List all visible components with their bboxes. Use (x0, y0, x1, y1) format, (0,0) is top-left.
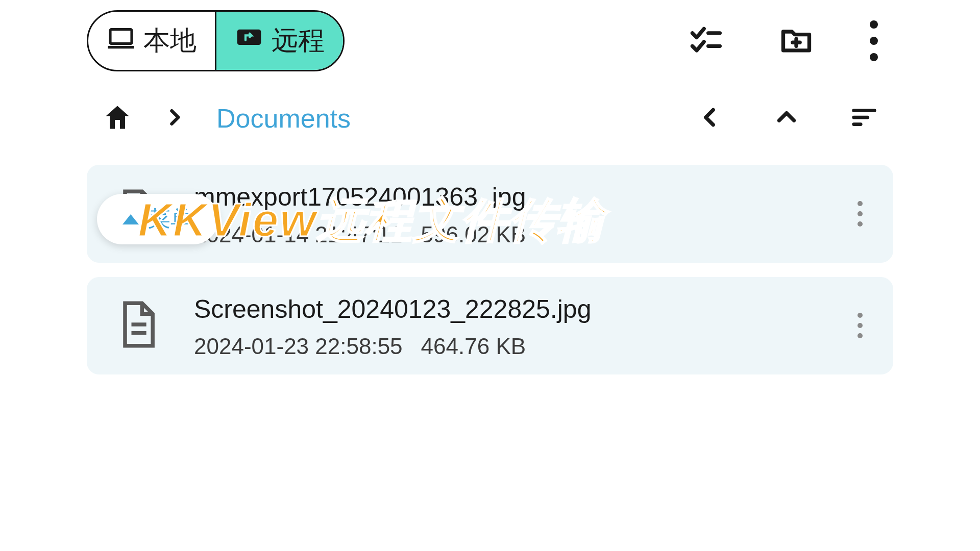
share-screen-icon (235, 23, 263, 58)
breadcrumb-actions (697, 104, 878, 133)
segment-remote-label: 远程 (272, 23, 325, 59)
file-meta: 2024-01-14 21:47:11 596.02 KB (194, 222, 817, 247)
home-icon (102, 102, 133, 134)
file-info: Screenshot_20240123_222825.jpg 2024-01-2… (194, 292, 817, 360)
file-more-button[interactable] (847, 308, 873, 343)
more-options-button[interactable] (870, 20, 878, 61)
file-name: Screenshot_20240123_222825.jpg (194, 292, 817, 327)
file-more-button[interactable] (847, 196, 873, 232)
sort-button[interactable] (850, 104, 878, 133)
multi-select-button[interactable] (688, 23, 723, 59)
chevron-left-icon (697, 105, 723, 132)
home-button[interactable] (102, 102, 133, 134)
top-actions (688, 20, 893, 61)
breadcrumb-current[interactable]: Documents (216, 103, 351, 134)
file-size: 464.76 KB (421, 334, 526, 359)
sort-icon (850, 104, 878, 133)
breadcrumb-bar: Documents (87, 102, 893, 134)
file-document-icon (112, 299, 163, 352)
breadcrumb: Documents (102, 102, 351, 134)
menu-chip[interactable]: 菜单 (97, 194, 218, 244)
file-date: 2024-01-23 22:58:55 (194, 334, 403, 359)
segment-local[interactable]: 本地 (88, 12, 215, 70)
new-folder-button[interactable] (779, 23, 814, 59)
nav-back-button[interactable] (697, 105, 723, 132)
file-list: mmexport170524001363 .jpg 2024-01-14 21:… (87, 165, 893, 374)
nav-up-button[interactable] (774, 105, 799, 132)
top-toolbar: 本地 远程 (87, 10, 893, 71)
segment-local-label: 本地 (143, 23, 197, 59)
file-item[interactable]: Screenshot_20240123_222825.jpg 2024-01-2… (87, 277, 893, 375)
file-date: 2024-01-14 21:47:11 (194, 222, 403, 247)
chevron-up-icon (774, 105, 799, 132)
more-vertical-icon (857, 201, 863, 227)
chevron-right-icon (163, 106, 186, 131)
svg-rect-0 (110, 30, 132, 44)
file-info: mmexport170524001363 .jpg 2024-01-14 21:… (194, 180, 817, 247)
file-name: mmexport170524001363 .jpg (194, 180, 817, 215)
more-vertical-icon (857, 313, 863, 338)
checklist-icon (688, 23, 723, 59)
segment-remote[interactable]: 远程 (215, 12, 343, 70)
file-meta: 2024-01-23 22:58:55 464.76 KB (194, 334, 817, 359)
menu-chip-label: 菜单 (148, 204, 193, 234)
triangle-up-icon (122, 214, 139, 224)
more-vertical-icon (870, 20, 878, 61)
location-toggle: 本地 远程 (87, 10, 345, 71)
laptop-icon (107, 23, 135, 58)
file-size: 596.02 KB (421, 222, 526, 247)
new-folder-icon (779, 23, 814, 59)
